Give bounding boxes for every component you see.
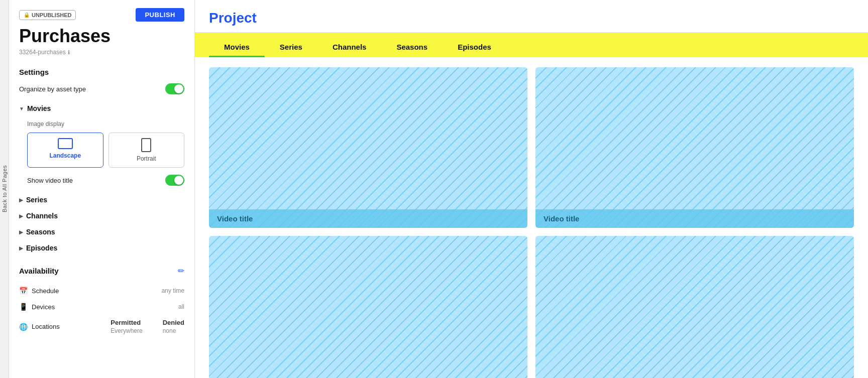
series-collapse[interactable]: ▶ Series bbox=[19, 192, 184, 208]
settings-section: Settings Organize by asset type ▼ Movies… bbox=[19, 68, 184, 256]
landscape-label: Landscape bbox=[49, 152, 81, 159]
movies-sub-settings: Image display Landscape Portrait Show vi… bbox=[19, 120, 184, 186]
devices-icon: 📱 bbox=[19, 303, 28, 311]
permitted-value: Everywhere bbox=[111, 327, 142, 334]
devices-value: all bbox=[178, 303, 184, 310]
organize-by-asset-row: Organize by asset type bbox=[19, 83, 184, 94]
lock-icon: 🔒 bbox=[24, 12, 30, 18]
availability-title: Availability bbox=[19, 267, 59, 275]
seasons-collapse[interactable]: ▶ Seasons bbox=[19, 224, 184, 240]
left-panel: 🔒 UNPUBLISHED PUBLISH Purchases 33264-pu… bbox=[9, 0, 195, 378]
page-id: 33264-purchases ℹ bbox=[19, 49, 184, 56]
portrait-label: Portrait bbox=[137, 155, 156, 162]
content-tab-series[interactable]: Series bbox=[265, 37, 317, 57]
content-tab-episodes[interactable]: Episodes bbox=[443, 37, 506, 57]
image-display-label: Image display bbox=[27, 120, 184, 128]
video-thumbnail-4 bbox=[535, 236, 854, 378]
landscape-option[interactable]: Landscape bbox=[27, 133, 103, 168]
seasons-label: Seasons bbox=[26, 228, 55, 236]
schedule-row: 📅 Schedule any time bbox=[19, 283, 184, 299]
schedule-value: any time bbox=[162, 287, 184, 294]
project-label: Project bbox=[209, 10, 854, 26]
schedule-label: Schedule bbox=[32, 287, 59, 295]
denied-label: Denied bbox=[163, 319, 184, 326]
video-card[interactable]: Video title bbox=[535, 67, 854, 228]
landscape-icon bbox=[58, 138, 73, 149]
series-chevron: ▶ bbox=[19, 197, 23, 203]
permitted-col: Permitted Everywhere bbox=[111, 319, 142, 334]
content-tab-seasons[interactable]: Seasons bbox=[381, 37, 443, 57]
project-header: Project bbox=[195, 0, 868, 32]
content-tab-channels[interactable]: Channels bbox=[317, 37, 382, 57]
episodes-collapse[interactable]: ▶ Episodes bbox=[19, 240, 184, 256]
video-card[interactable] bbox=[209, 236, 527, 378]
show-video-title-row: Show video title bbox=[27, 175, 184, 186]
back-label: Back to All Pages bbox=[2, 165, 8, 212]
image-options: Landscape Portrait bbox=[27, 133, 184, 168]
show-video-title-label: Show video title bbox=[27, 177, 73, 184]
content-tabs: MoviesSeriesChannelsSeasonsEpisodes bbox=[209, 37, 854, 57]
top-bar: 🔒 UNPUBLISHED PUBLISH bbox=[19, 8, 184, 22]
portrait-icon bbox=[141, 138, 151, 152]
locations-icon: 🌐 bbox=[19, 323, 28, 331]
movies-collapse[interactable]: ▼ Movies bbox=[19, 100, 184, 116]
permitted-label: Permitted bbox=[111, 319, 142, 326]
availability-section: Availability ✏ bbox=[19, 266, 184, 276]
episodes-chevron: ▶ bbox=[19, 245, 23, 251]
back-to-all-pages[interactable]: Back to All Pages bbox=[0, 0, 9, 378]
schedule-icon: 📅 bbox=[19, 287, 28, 295]
locations-row: 🌐 Locations Permitted Everywhere Denied … bbox=[19, 315, 184, 338]
video-card[interactable] bbox=[535, 236, 854, 378]
video-title-2: Video title bbox=[535, 209, 854, 228]
content-tabs-wrapper: MoviesSeriesChannelsSeasonsEpisodes bbox=[195, 33, 868, 57]
info-icon: ℹ bbox=[68, 49, 70, 56]
show-video-title-toggle[interactable] bbox=[165, 175, 184, 186]
seasons-chevron: ▶ bbox=[19, 229, 23, 235]
locations-label: Locations bbox=[32, 323, 60, 330]
devices-label: Devices bbox=[32, 303, 55, 311]
page-title: Purchases bbox=[19, 26, 184, 47]
channels-chevron: ▶ bbox=[19, 213, 23, 219]
movies-chevron-down: ▼ bbox=[19, 106, 24, 111]
episodes-label: Episodes bbox=[26, 244, 57, 252]
organize-toggle[interactable] bbox=[165, 83, 184, 94]
settings-title: Settings bbox=[19, 68, 184, 76]
organize-label: Organize by asset type bbox=[19, 85, 86, 93]
channels-label: Channels bbox=[26, 212, 58, 220]
video-card[interactable]: Video title bbox=[209, 67, 527, 228]
main-area: Project Live TV - EngSign UpLoginHomeSea… bbox=[195, 0, 868, 378]
video-title-1: Video title bbox=[209, 209, 527, 228]
video-thumbnail-2 bbox=[535, 67, 854, 228]
unpublished-label: UNPUBLISHED bbox=[32, 12, 71, 18]
denied-value: none bbox=[163, 327, 184, 334]
video-thumbnail-1 bbox=[209, 67, 527, 228]
video-thumbnail-3 bbox=[209, 236, 527, 378]
availability-edit-icon[interactable]: ✏ bbox=[178, 266, 184, 276]
channels-collapse[interactable]: ▶ Channels bbox=[19, 208, 184, 224]
video-grid: Video title Video title bbox=[195, 57, 868, 378]
content-tab-movies[interactable]: Movies bbox=[209, 37, 265, 57]
unpublished-badge: 🔒 UNPUBLISHED bbox=[19, 10, 76, 20]
publish-button[interactable]: PUBLISH bbox=[136, 8, 184, 22]
series-label: Series bbox=[26, 196, 47, 204]
movies-label: Movies bbox=[27, 104, 51, 112]
portrait-option[interactable]: Portrait bbox=[108, 133, 185, 168]
locations-cols: Permitted Everywhere Denied none bbox=[111, 319, 184, 334]
denied-col: Denied none bbox=[163, 319, 184, 334]
devices-row: 📱 Devices all bbox=[19, 299, 184, 315]
